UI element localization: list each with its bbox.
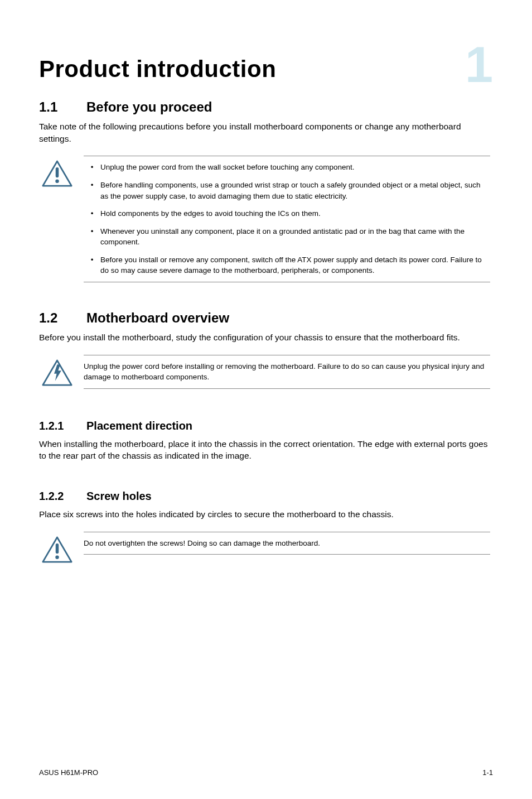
section-1-2-1: 1.2.1Placement direction When installing…	[39, 417, 493, 473]
warning-block-1-2: Unplug the power cord before installing …	[39, 355, 493, 389]
subsection-body-1-2-1: When installing the motherboard, place i…	[39, 438, 493, 462]
section-1-1: 1.1Before you proceed Take note of the f…	[39, 99, 493, 296]
subsection-title: Placement direction	[86, 420, 192, 432]
bullet-dot-icon: •	[84, 226, 100, 248]
warning-content: Unplug the power cord before installing …	[84, 355, 490, 389]
subsection-heading-1-2-2: 1.2.2Screw holes	[39, 490, 493, 503]
bullet-item: • Unplug the power cord from the wall so…	[84, 162, 490, 173]
bullet-text: Hold components by the edges to avoid to…	[100, 208, 490, 219]
chapter-number: 1	[465, 47, 493, 83]
svg-rect-5	[56, 543, 59, 553]
svg-rect-1	[56, 167, 59, 177]
section-heading-1-1: 1.1Before you proceed	[39, 99, 493, 115]
subsection-number: 1.2.2	[39, 490, 86, 503]
caution-block-1-2-2: Do not overtighten the screws! Doing so …	[39, 532, 493, 564]
bullet-dot-icon: •	[84, 180, 100, 201]
bullet-text: Before you install or remove any compone…	[100, 254, 490, 276]
section-body-1-1: Take note of the following precautions b…	[39, 121, 493, 145]
caution-content: • Unplug the power cord from the wall so…	[84, 156, 490, 282]
section-number: 1.2	[39, 310, 86, 326]
section-number: 1.1	[39, 99, 86, 115]
bullet-dot-icon: •	[84, 208, 100, 219]
warning-icon	[42, 359, 72, 387]
bullet-dot-icon: •	[84, 162, 100, 173]
caution-block-1-1: • Unplug the power cord from the wall so…	[39, 156, 493, 282]
bullet-item: • Hold components by the edges to avoid …	[84, 208, 490, 219]
section-body-1-2: Before you install the motherboard, stud…	[39, 331, 493, 344]
svg-point-6	[55, 555, 59, 559]
section-heading-1-2: 1.2Motherboard overview	[39, 310, 493, 326]
section-title: Motherboard overview	[86, 310, 229, 325]
bullet-item: • Whenever you uninstall any component, …	[84, 226, 490, 248]
section-1-2: 1.2Motherboard overview Before you insta…	[39, 310, 493, 403]
section-1-2-2: 1.2.2Screw holes Place six screws into t…	[39, 487, 493, 578]
page-footer: ASUS H61M-PRO 1-1	[39, 757, 493, 777]
caution-icon	[42, 160, 72, 188]
spacer	[39, 592, 493, 757]
chapter-header: Product introduction 1	[39, 56, 493, 83]
bullet-item: • Before handling components, use a grou…	[84, 180, 490, 201]
subsection-title: Screw holes	[86, 490, 152, 502]
subsection-number: 1.2.1	[39, 420, 86, 432]
chapter-title: Product introduction	[39, 56, 276, 83]
caution-icon	[42, 536, 72, 564]
footer-page-number: 1-1	[482, 768, 493, 777]
bullet-item: • Before you install or remove any compo…	[84, 254, 490, 276]
page-content: Product introduction 1 1.1Before you pro…	[0, 0, 532, 799]
subsection-body-1-2-2: Place six screws into the holes indicate…	[39, 508, 493, 521]
bullet-text: Whenever you uninstall any component, pl…	[100, 226, 490, 248]
bullet-dot-icon: •	[84, 254, 100, 276]
footer-product: ASUS H61M-PRO	[39, 768, 98, 777]
bullet-list: • Unplug the power cord from the wall so…	[84, 162, 490, 276]
svg-point-2	[55, 180, 59, 183]
bullet-text: Before handling components, use a ground…	[100, 180, 490, 201]
section-title: Before you proceed	[86, 99, 212, 114]
caution-content: Do not overtighten the screws! Doing so …	[84, 532, 490, 555]
subsection-heading-1-2-1: 1.2.1Placement direction	[39, 420, 493, 432]
bullet-text: Unplug the power cord from the wall sock…	[100, 162, 490, 173]
